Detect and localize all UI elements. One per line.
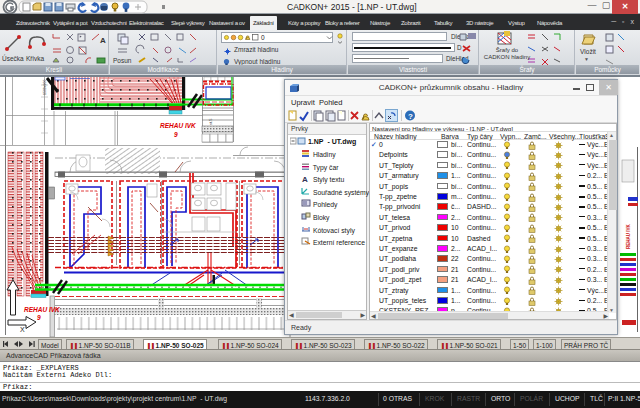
svg-text:9: 9: [37, 314, 41, 321]
svg-text:?: ?: [408, 112, 413, 121]
svg-text:1500x900: 1500x900: [43, 80, 47, 95]
svg-text:REHAU IVK: REHAU IVK: [626, 223, 631, 249]
svg-text:A: A: [302, 175, 308, 183]
svg-text:REHAU IVK: REHAU IVK: [160, 122, 197, 129]
svg-text:REHAU IVK: REHAU IVK: [24, 306, 61, 313]
svg-text:st.5: st.5: [208, 118, 213, 125]
svg-text:9: 9: [174, 131, 178, 138]
svg-text:X: X: [20, 326, 25, 333]
svg-text:0: 0: [261, 34, 265, 41]
svg-text:A: A: [100, 36, 106, 45]
